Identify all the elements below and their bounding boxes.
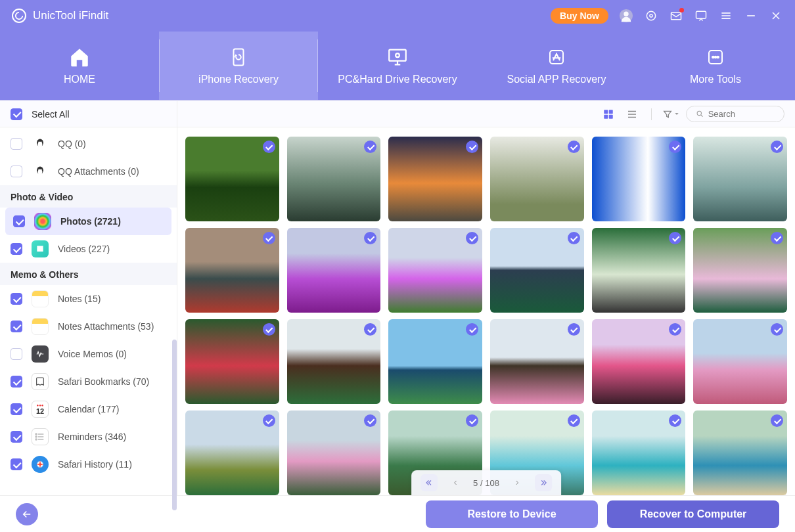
pager-last-button[interactable] [535,474,552,491]
svg-rect-7 [389,50,406,61]
sidebar-item[interactable]: Voice Memos (0) [0,340,177,368]
svg-rect-27 [604,110,608,114]
thumb-checked-icon [263,323,275,336]
back-button[interactable] [16,503,38,525]
photo-thumbnail[interactable] [592,137,686,221]
item-label: QQ (0) [58,139,166,149]
photo-thumbnail[interactable] [185,137,279,221]
item-checkbox[interactable] [11,403,22,415]
qq-icon [32,163,49,180]
photo-thumbnail[interactable] [592,410,686,495]
item-checkbox[interactable] [11,243,22,255]
sidebar-item[interactable]: QQ Attachments (0) [0,158,177,185]
sidebar-scrollbar[interactable] [172,340,177,510]
select-all-label: Select All [32,109,70,120]
filter-icon[interactable] [662,106,679,123]
photo-thumbnail[interactable] [490,137,584,221]
photo-thumbnail[interactable] [693,228,787,313]
pager-next-button[interactable] [509,474,526,491]
search-input[interactable] [708,109,775,119]
home-icon [68,46,91,68]
svg-point-11 [712,56,714,58]
thumb-checked-icon [466,323,478,336]
close-icon[interactable] [769,9,783,23]
photo-thumbnail[interactable] [185,319,279,404]
item-label: Voice Memos (0) [58,349,166,359]
tab-more-tools[interactable]: More Tools [636,32,795,100]
item-checkbox[interactable] [13,215,25,227]
recover-to-computer-button[interactable]: Recover to Computer [607,500,779,528]
buy-now-button[interactable]: Buy Now [551,8,608,24]
menu-icon[interactable] [719,9,733,23]
photo-thumbnail[interactable] [693,410,787,495]
select-all-checkbox[interactable] [11,108,22,120]
view-grid-icon[interactable] [600,106,617,123]
item-checkbox[interactable] [11,431,22,443]
item-checkbox[interactable] [11,458,22,470]
user-avatar-icon[interactable] [619,9,633,23]
photo-thumbnail[interactable] [388,137,482,221]
feedback-icon[interactable] [694,9,708,23]
sidebar-item[interactable]: ●●●12Calendar (177) [0,395,177,423]
photo-thumbnail[interactable] [592,319,686,404]
item-checkbox[interactable] [11,166,22,177]
sidebar-item[interactable]: Videos (227) [0,235,177,263]
content-area: Select All QQ (0)QQ Attachments (0)Photo… [0,101,795,495]
minimize-icon[interactable] [744,9,758,23]
sidebar-item[interactable]: QQ (0) [0,130,177,158]
title-bar: UnicTool iFindit Buy Now [0,0,795,32]
thumb-checked-icon [568,414,580,427]
photo-thumbnail[interactable] [287,228,381,313]
sidebar-item[interactable]: Reminders (346) [0,423,177,451]
photo-thumbnail[interactable] [592,228,686,313]
restore-to-device-button[interactable]: Restore to Device [426,500,598,528]
mail-icon[interactable] [669,9,683,23]
sidebar-item[interactable]: Notes (15) [0,285,177,313]
item-label: Reminders (346) [58,432,166,442]
thumb-checked-icon [669,141,681,153]
photo-thumbnail[interactable] [185,228,279,313]
photo-thumbnail[interactable] [693,137,787,221]
item-checkbox[interactable] [11,138,22,150]
reminders-icon [32,428,49,445]
photo-thumbnail[interactable] [693,319,787,404]
svg-rect-4 [671,12,681,20]
photo-thumbnail[interactable] [287,410,381,495]
photo-thumbnail[interactable] [388,228,482,313]
tab-pc-recovery[interactable]: PC&Hard Drive Recovery [318,32,477,100]
sidebar-item[interactable]: Notes Attachments (53) [0,313,177,340]
item-checkbox[interactable] [11,348,22,360]
item-checkbox[interactable] [11,293,22,305]
thumb-checked-icon [771,141,783,153]
sidebar-item[interactable]: Safari History (11) [0,451,177,478]
photo-thumbnail[interactable] [490,319,584,404]
photo-thumbnail[interactable] [185,410,279,495]
photo-grid: 5 / 108 [177,127,795,495]
voice-icon [32,345,49,363]
toolbar [177,101,795,127]
sidebar-item[interactable]: Photos (2721) [5,208,171,235]
appstore-icon [547,46,566,68]
select-all-row[interactable]: Select All [0,101,177,127]
item-checkbox[interactable] [11,321,22,332]
tab-social-recovery[interactable]: Social APP Recovery [477,32,636,100]
sidebar-item[interactable]: Safari Bookmarks (70) [0,368,177,395]
monitor-icon [386,46,409,68]
notes-icon [32,318,49,335]
photo-thumbnail[interactable] [490,228,584,313]
item-checkbox[interactable] [11,376,22,388]
svg-rect-28 [609,110,613,114]
photo-thumbnail[interactable] [388,319,482,404]
main-panel: 5 / 108 [177,101,795,495]
tab-home[interactable]: HOME [0,32,159,100]
photo-thumbnail[interactable] [287,137,381,221]
tab-label: iPhone Recovery [198,74,279,85]
photo-thumbnail[interactable] [287,319,381,404]
view-list-icon[interactable] [624,106,641,123]
pager-prev-button[interactable] [447,474,464,491]
settings-icon[interactable] [644,9,658,23]
search-box[interactable] [686,106,784,122]
pager-first-button[interactable] [420,474,438,491]
svg-point-13 [717,56,719,58]
tab-iphone-recovery[interactable]: iPhone Recovery [159,32,318,100]
